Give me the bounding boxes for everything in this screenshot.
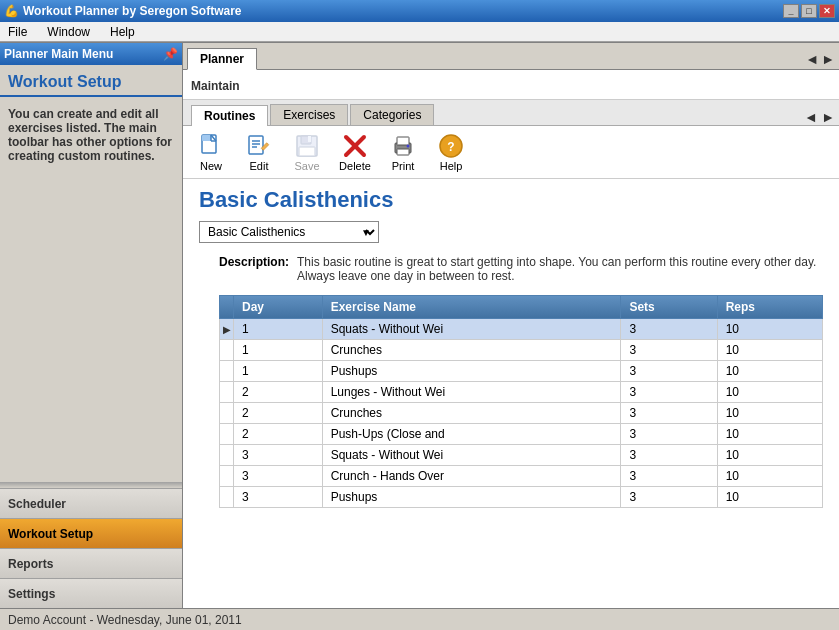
maximize-button[interactable]: □ — [801, 4, 817, 18]
sidebar-item-label-scheduler: Scheduler — [8, 497, 66, 511]
svg-rect-12 — [308, 136, 311, 142]
table-cell-reps: 10 — [717, 403, 822, 424]
table-cell-exercise: Push-Ups (Close and — [322, 424, 621, 445]
table-row[interactable]: ▶1Squats - Without Wei310 — [220, 319, 823, 340]
routine-title: Basic Calisthenics — [199, 187, 823, 213]
dropdown-row: Basic Calisthenics ▼ — [199, 221, 823, 243]
sidebar-item-label-workout-setup: Workout Setup — [8, 527, 93, 541]
sub-tab-next-arrow[interactable]: ► — [821, 109, 835, 125]
table-cell-sets: 3 — [621, 424, 717, 445]
maintain-title: Maintain — [191, 79, 240, 93]
sidebar-item-scheduler[interactable]: Scheduler — [0, 488, 182, 518]
table-cell-sets: 3 — [621, 382, 717, 403]
table-cell-reps: 10 — [717, 445, 822, 466]
row-selected-arrow: ▶ — [223, 324, 231, 335]
sub-tab-categories[interactable]: Categories — [350, 104, 434, 125]
sidebar-description: You can create and edit all exercises li… — [0, 97, 182, 482]
toolbar-save-button[interactable]: Save — [287, 130, 327, 174]
table-cell-day: 2 — [234, 403, 323, 424]
table-cell-day: 3 — [234, 466, 323, 487]
minimize-button[interactable]: _ — [783, 4, 799, 18]
table-row[interactable]: 3Squats - Without Wei310 — [220, 445, 823, 466]
menu-help[interactable]: Help — [106, 23, 139, 41]
new-icon — [197, 132, 225, 160]
svg-rect-1 — [202, 135, 211, 141]
toolbar-help-button[interactable]: ? Help — [431, 130, 471, 174]
sidebar-pin-icon[interactable]: 📌 — [163, 47, 178, 61]
tab-planner[interactable]: Planner — [187, 48, 257, 70]
toolbar-edit-button[interactable]: Edit — [239, 130, 279, 174]
sidebar-item-reports[interactable]: Reports — [0, 548, 182, 578]
sub-tab-routines[interactable]: Routines — [191, 105, 268, 126]
sub-tab-exercises[interactable]: Exercises — [270, 104, 348, 125]
sidebar-header-text: Planner Main Menu — [4, 47, 113, 61]
title-bar: 💪 Workout Planner by Seregon Software _ … — [0, 0, 839, 22]
table-row[interactable]: 3Crunch - Hands Over310 — [220, 466, 823, 487]
table-cell-day: 1 — [234, 319, 323, 340]
svg-rect-5 — [249, 136, 263, 154]
table-cell-sets: 3 — [621, 361, 717, 382]
title-bar-left: 💪 Workout Planner by Seregon Software — [4, 4, 241, 18]
help-label: Help — [440, 160, 463, 172]
table-cell-exercise: Crunches — [322, 403, 621, 424]
delete-label: Delete — [339, 160, 371, 172]
sidebar-section-title: Workout Setup — [0, 65, 182, 97]
table-col-day: Day — [234, 296, 323, 319]
table-col-sets: Sets — [621, 296, 717, 319]
content-body: Basic Calisthenics Basic Calisthenics ▼ … — [183, 179, 839, 608]
table-cell-reps: 10 — [717, 424, 822, 445]
edit-label: Edit — [250, 160, 269, 172]
table-row[interactable]: 3Pushups310 — [220, 487, 823, 508]
delete-icon — [341, 132, 369, 160]
toolbar-delete-button[interactable]: Delete — [335, 130, 375, 174]
menu-file[interactable]: File — [4, 23, 31, 41]
table-cell-reps: 10 — [717, 466, 822, 487]
table-row[interactable]: 1Crunches310 — [220, 340, 823, 361]
table-cell-reps: 10 — [717, 382, 822, 403]
close-button[interactable]: ✕ — [819, 4, 835, 18]
table-cell-exercise: Crunch - Hands Over — [322, 466, 621, 487]
table-row[interactable]: 1Pushups310 — [220, 361, 823, 382]
table-cell-day: 3 — [234, 487, 323, 508]
tab-next-arrow[interactable]: ► — [821, 51, 835, 67]
table-cell-exercise: Pushups — [322, 361, 621, 382]
menu-window[interactable]: Window — [43, 23, 94, 41]
sidebar-item-workout-setup[interactable]: Workout Setup — [0, 518, 182, 548]
main-layout: Planner Main Menu 📌 Workout Setup You ca… — [0, 42, 839, 608]
exercise-table: Day Exercise Name Sets Reps ▶1Squats - W… — [219, 295, 823, 508]
table-row[interactable]: 2Crunches310 — [220, 403, 823, 424]
table-cell-sets: 3 — [621, 403, 717, 424]
table-cell-day: 1 — [234, 340, 323, 361]
sub-tab-prev-arrow[interactable]: ◄ — [804, 109, 818, 125]
edit-icon — [245, 132, 273, 160]
tab-prev-arrow[interactable]: ◄ — [805, 51, 819, 67]
table-row[interactable]: 2Push-Ups (Close and310 — [220, 424, 823, 445]
main-tab-row: Planner ◄ ► — [183, 43, 839, 70]
save-label: Save — [294, 160, 319, 172]
sidebar-header: Planner Main Menu 📌 — [0, 43, 182, 65]
print-label: Print — [392, 160, 415, 172]
routine-dropdown[interactable]: Basic Calisthenics — [199, 221, 379, 243]
description-text: This basic routine is great to start get… — [297, 255, 823, 283]
table-col-reps: Reps — [717, 296, 822, 319]
svg-rect-18 — [397, 149, 409, 155]
toolbar-print-button[interactable]: Print — [383, 130, 423, 174]
table-row[interactable]: 2Lunges - Without Wei310 — [220, 382, 823, 403]
table-cell-exercise: Lunges - Without Wei — [322, 382, 621, 403]
table-cell-exercise: Crunches — [322, 340, 621, 361]
table-cell-day: 2 — [234, 424, 323, 445]
tab-nav-arrows: ◄ ► — [805, 51, 835, 69]
table-body: ▶1Squats - Without Wei3101Crunches3101Pu… — [220, 319, 823, 508]
table-cell-exercise: Pushups — [322, 487, 621, 508]
maintain-header: Maintain — [183, 70, 839, 100]
sidebar-item-label-settings: Settings — [8, 587, 55, 601]
table-cell-sets: 3 — [621, 319, 717, 340]
sidebar-item-settings[interactable]: Settings — [0, 578, 182, 608]
sidebar-item-label-reports: Reports — [8, 557, 53, 571]
toolbar: New Edit — [183, 126, 839, 179]
title-bar-controls: _ □ ✕ — [783, 4, 835, 18]
new-label: New — [200, 160, 222, 172]
table-cell-reps: 10 — [717, 361, 822, 382]
table-cell-sets: 3 — [621, 466, 717, 487]
toolbar-new-button[interactable]: New — [191, 130, 231, 174]
